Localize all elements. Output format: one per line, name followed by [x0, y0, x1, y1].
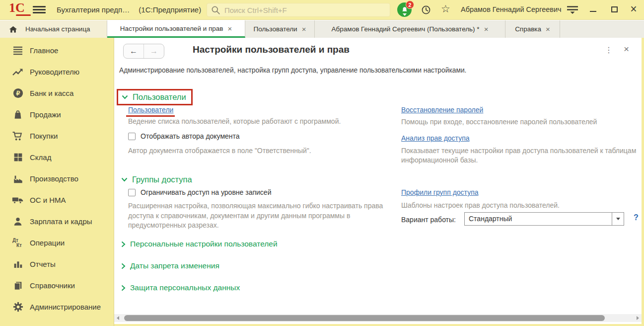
svg-text:₽: ₽: [16, 90, 20, 97]
sidebar-item-reports[interactable]: Отчеты: [0, 253, 114, 275]
1c-logo-text: 1С: [9, 0, 25, 15]
sidebar-item-fixed-assets[interactable]: ОС и НМА: [0, 189, 114, 211]
close-icon: ×: [624, 44, 629, 54]
tab-close-icon[interactable]: ×: [227, 24, 232, 33]
sidebar-item-production[interactable]: Производство: [0, 168, 114, 189]
cart-icon: [12, 130, 24, 142]
work-mode-value: Стандартный: [465, 213, 612, 225]
1c-logo[interactable]: 1С: [9, 1, 31, 18]
sidebar-item-main[interactable]: Главное: [0, 40, 114, 61]
window-frame-right: [642, 38, 644, 326]
service-menu-icon: [566, 5, 579, 14]
tab-label: Справка: [515, 25, 541, 33]
forward-arrow-icon: →: [150, 47, 158, 56]
scroll-left-icon[interactable]: [117, 316, 119, 320]
bar-chart-icon: [12, 258, 24, 270]
sidebar-item-bank-cash[interactable]: ₽ Банк и касса: [0, 82, 114, 104]
app-title-name: Бухгалтерия предп…: [57, 5, 130, 14]
access-analysis-link[interactable]: Анализ прав доступа: [401, 134, 470, 142]
window-close-button[interactable]: ×: [628, 2, 640, 15]
search-input[interactable]: [224, 6, 386, 14]
global-search[interactable]: [207, 3, 390, 17]
back-arrow-icon: ←: [130, 47, 138, 56]
minimize-icon: [590, 11, 596, 12]
section-title: Пользователи: [133, 92, 186, 102]
tab-label: Настройки пользователей и прав: [120, 25, 223, 32]
chevron-right-icon: [121, 241, 126, 247]
star-icon: ☆: [441, 3, 450, 14]
scroll-right-icon[interactable]: [637, 316, 639, 320]
history-icon: [421, 4, 431, 15]
more-actions-button[interactable]: ⋮: [605, 45, 613, 55]
horizontal-scrollbar[interactable]: [114, 314, 642, 322]
section-title: Защита персональных данных: [130, 283, 240, 292]
sidebar-item-manager[interactable]: Руководителю: [0, 61, 114, 82]
users-link[interactable]: Пользователи: [128, 106, 173, 114]
section-restriction-dates-header[interactable]: Даты запрета изменения: [121, 261, 219, 270]
tab-bar: Начальная страница Настройки пользовател…: [0, 20, 644, 38]
favorites-button[interactable]: ☆: [441, 3, 450, 15]
warehouse-icon: [12, 152, 24, 163]
profiles-hint: Шаблоны настроек прав доступа пользовате…: [401, 201, 560, 209]
main-menu-icon[interactable]: [33, 6, 46, 14]
show-author-hint: Автор документа отображается в поле "Отв…: [128, 147, 311, 155]
help-button[interactable]: ?: [634, 213, 639, 222]
work-mode-label: Вариант работы:: [401, 216, 456, 224]
section-personal-data-protection-header[interactable]: Защита персональных данных: [121, 283, 240, 292]
tab-close-icon[interactable]: ×: [484, 25, 489, 33]
red-annotation-underline: [126, 115, 175, 117]
access-group-profiles-link[interactable]: Профили групп доступа: [401, 188, 479, 196]
checkbox-label: Ограничивать доступ на уровне записей: [141, 188, 271, 196]
access-analysis-hint: Показывает текущие настройки прав доступ…: [401, 146, 639, 165]
tab-home-page[interactable]: Начальная страница: [0, 20, 107, 38]
section-personal-settings-header[interactable]: Персональные настройки пользователей: [121, 240, 278, 248]
password-recovery-hint: Помощь при входе, восстановление паролей…: [401, 118, 597, 126]
history-button[interactable]: [421, 4, 431, 17]
sidebar-item-salary-hr[interactable]: Зарплата и кадры: [0, 211, 114, 232]
sections-icon: [12, 45, 24, 57]
app-title: Бухгалтерия предп… (1С:Предприятие): [57, 5, 201, 14]
notifications-button[interactable]: 2: [397, 2, 413, 18]
service-menu-button[interactable]: [566, 5, 579, 16]
tab-help[interactable]: Справка ×: [505, 20, 560, 38]
books-icon: [12, 280, 24, 292]
sidebar-item-purchases[interactable]: Покупки: [0, 125, 114, 147]
notification-badge: 2: [406, 0, 414, 9]
chevron-down-icon: [121, 177, 128, 182]
tab-user-rights-settings[interactable]: Настройки пользователей и прав ×: [107, 20, 245, 38]
restrict-access-hint: Расширенная настройка, позволяющая макси…: [128, 201, 402, 231]
show-author-checkbox[interactable]: [128, 133, 136, 140]
tab-close-icon[interactable]: ×: [546, 25, 550, 33]
application-window: 1С Бухгалтерия предп… (1С:Предприятие) 2: [0, 0, 644, 326]
chevron-down-icon: [616, 218, 620, 220]
password-recovery-link[interactable]: Восстановление паролей: [401, 106, 483, 114]
sidebar-item-warehouse[interactable]: Склад: [0, 147, 114, 168]
show-author-checkbox-row[interactable]: Отображать автора документа: [128, 132, 240, 140]
window-minimize-button[interactable]: [588, 4, 599, 15]
scrollbar-thumb[interactable]: [124, 315, 605, 321]
window-frame-bottom: [114, 324, 644, 326]
current-user-button[interactable]: Абрамов Геннадий Сергеевич: [461, 5, 562, 13]
person-icon: [12, 216, 24, 228]
bag-icon: [12, 109, 24, 121]
section-users-header[interactable]: Пользователи: [117, 89, 193, 105]
tab-user-abramov[interactable]: Абрамов Геннадий Сергеевич (Пользователь…: [315, 20, 505, 38]
work-mode-select[interactable]: Стандартный: [464, 212, 624, 226]
sidebar-item-directories[interactable]: Справочники: [0, 275, 114, 296]
tab-close-icon[interactable]: ×: [302, 25, 306, 33]
chevron-right-icon: [121, 263, 126, 269]
restrict-access-checkbox[interactable]: [128, 189, 136, 196]
sidebar-item-administration[interactable]: Администрирование: [0, 296, 114, 318]
window-maximize-button[interactable]: [609, 4, 620, 15]
sidebar-item-operations[interactable]: Дт Кт Операции: [0, 232, 114, 253]
back-button[interactable]: ←: [124, 44, 144, 58]
restrict-access-checkbox-row[interactable]: Ограничивать доступ на уровне записей: [128, 188, 271, 196]
section-access-groups-header[interactable]: Группы доступа: [121, 175, 192, 184]
tab-users[interactable]: Пользователи ×: [245, 20, 315, 38]
dropdown-button[interactable]: [612, 213, 624, 225]
form-close-button[interactable]: ×: [624, 44, 629, 55]
page-title: Настройки пользователей и прав: [193, 44, 350, 55]
forward-button[interactable]: →: [144, 44, 164, 58]
nav-history-buttons: ← →: [123, 44, 164, 59]
sidebar-item-sales[interactable]: Продажи: [0, 104, 114, 125]
